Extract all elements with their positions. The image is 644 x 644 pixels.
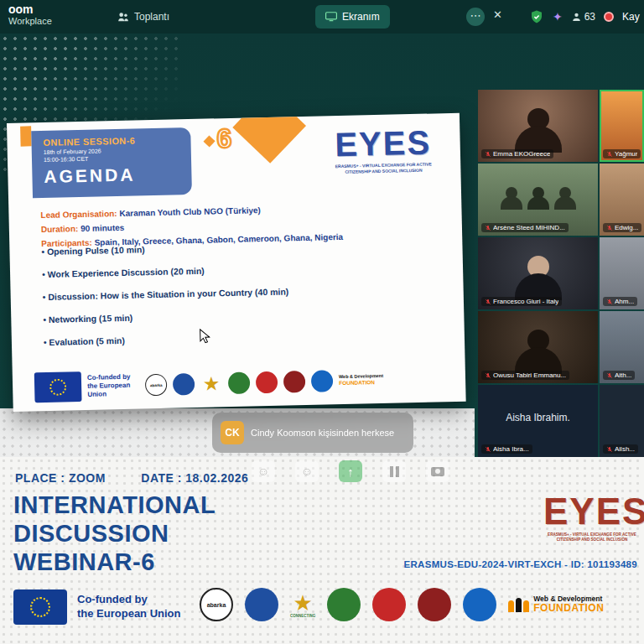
wd-line2: FOUNDATION <box>339 379 383 387</box>
mic-muted-icon <box>606 225 613 231</box>
session-time: 15:00-16:30 CET <box>44 153 191 163</box>
globe-org-logo <box>463 588 496 621</box>
mic-muted-icon <box>606 446 613 453</box>
reaction-smiley-icon[interactable]: ☺ <box>295 460 319 482</box>
video-tile-ahm[interactable]: Ahm... <box>600 237 644 309</box>
mic-muted-icon <box>485 446 491 453</box>
person-silhouette <box>515 330 562 374</box>
name-badge: Aith... <box>603 371 635 380</box>
eu-cofunded-block: Co-funded by the European Union <box>13 589 181 625</box>
record-icon[interactable] <box>604 12 614 22</box>
meeting-toolbar-faded: ☺ ☺ ↑ <box>252 459 503 484</box>
camera-icon[interactable] <box>426 460 449 482</box>
wd-figures-icon <box>508 598 529 612</box>
video-tile-arsene[interactable]: Arsène Steed MIHIND... <box>478 164 598 236</box>
mic-muted-icon <box>485 372 491 379</box>
reaction-smiley-icon[interactable]: ☺ <box>252 460 275 482</box>
tab-toplanti-label: Toplantı <box>134 11 169 23</box>
eu-flag-icon <box>13 589 67 625</box>
chat-notification[interactable]: CK Cindy Koomson kişisinden herkese <box>212 413 413 453</box>
name-badge: Owusu Tabiri Emmanu... <box>481 371 569 380</box>
duration-label: Duration: <box>41 224 79 234</box>
video-tile-edwig[interactable]: Edwig... <box>600 164 644 236</box>
person-silhouette <box>515 108 562 153</box>
name-badge: Ailsh... <box>603 444 638 454</box>
session-number: 6 <box>216 123 232 154</box>
titlebar-right-cluster: ✦ 63 Kay <box>529 0 644 34</box>
tab-close-button[interactable]: ✕ <box>493 8 502 21</box>
screenshot-root: oom Workplace Toplantı Ekranım ⋯ ✕ ✦ 63 <box>0 0 644 644</box>
star-logo-icon: ★ <box>200 372 223 395</box>
mic-muted-icon <box>606 299 613 305</box>
globe-org-logo <box>311 370 334 392</box>
name-badge: Aisha Ibra... <box>481 444 532 454</box>
eu-cofunded-text: Co-funded by the European Union <box>77 593 181 621</box>
meeting-icon <box>117 12 129 22</box>
participant-name: Arsène Steed MIHIND... <box>493 224 565 231</box>
red-org-logo <box>256 371 278 394</box>
video-tile-aisha[interactable]: Aisha Ibrahim. Aisha Ibra... <box>478 385 598 457</box>
star-caption: CONNECTING <box>290 614 315 618</box>
mic-muted-icon <box>485 299 491 305</box>
wd-foundation-logo: Web & Development FOUNDATION <box>508 595 604 615</box>
red-org-logo <box>372 588 406 621</box>
ai-companion-icon[interactable]: ✦ <box>553 10 563 23</box>
raise-share-up-icon[interactable]: ↑ <box>339 460 362 482</box>
name-badge: Emma EKOGreece <box>481 149 553 158</box>
eyes-wordmark: EYES <box>543 491 641 532</box>
name-badge: Arsène Steed MIHIND... <box>481 223 569 232</box>
video-tile-ailsh[interactable]: Ailsh... <box>600 385 644 457</box>
eyes-logo-red: EYES ERASMUS+ - VIRTUAL EXCHANGE FOR ACT… <box>543 491 641 543</box>
zoom-titlebar: oom Workplace Toplantı Ekranım ⋯ ✕ ✦ 63 <box>0 0 644 34</box>
date-label: DATE : 18.02.2026 <box>141 471 248 485</box>
blue-club-logo <box>245 588 278 621</box>
mic-muted-icon <box>485 225 491 231</box>
eu-line2: the European Union <box>77 607 181 621</box>
eyes-tagline-2: CITIZENSHIP AND SOCIAL INCLUSION <box>543 538 641 543</box>
duration-value: 90 minutes <box>78 223 124 233</box>
video-tile-emma[interactable]: Emma EKOGreece <box>478 90 598 162</box>
participant-name: Ailsh... <box>615 445 635 453</box>
eu-line2: the European Union <box>87 381 139 398</box>
lead-label: Lead Organisation: <box>40 209 117 220</box>
star-icon: ★ <box>290 592 315 614</box>
brand-line1: oom <box>8 3 52 16</box>
participant-name: Yağmur <box>615 150 637 158</box>
title-line-1: INTERNATIONAL <box>13 491 216 519</box>
camera-off-name: Aisha Ibrahim. <box>478 412 598 423</box>
video-tile-yagmur[interactable]: Yağmur <box>600 90 644 162</box>
name-badge: Francesco Giuri - Italy <box>481 297 562 306</box>
slide-orange-chip <box>20 126 32 146</box>
green-org-logo <box>327 588 361 621</box>
record-label: Kay <box>622 11 644 23</box>
video-tile-francesco[interactable]: Francesco Giuri - Italy <box>478 237 598 309</box>
orange-diamond-small <box>203 135 215 147</box>
video-tile-aith[interactable]: Aith... <box>600 311 644 383</box>
poster-title: INTERNATIONAL DISCUSSION WEBINAR-6 <box>13 491 216 576</box>
tab-more-button[interactable]: ⋯ <box>466 8 485 26</box>
tab-toplanti[interactable]: Toplantı <box>107 5 179 29</box>
tab-ekranim[interactable]: Ekranım <box>315 5 390 29</box>
participants-icon <box>571 12 582 22</box>
title-line-2: DISCUSSION <box>13 519 216 548</box>
green-org-logo <box>228 372 251 395</box>
dark-red-org-logo <box>283 371 306 393</box>
participant-name: Owusu Tabiri Emmanu... <box>493 371 566 379</box>
participant-count[interactable]: 63 <box>571 11 595 23</box>
participant-name: Ahm... <box>615 298 634 305</box>
eyes-wordmark: EYES <box>315 123 450 164</box>
chat-message: Cindy Koomson kişisinden herkese <box>251 427 394 439</box>
abarka-logo: abarka <box>200 588 233 621</box>
group-silhouettes <box>478 187 598 210</box>
eu-cofunded-text: Co-funded by the European Union <box>87 372 140 398</box>
mouse-cursor <box>200 329 210 347</box>
orange-diamond-large <box>232 113 306 164</box>
mic-muted-icon <box>606 151 613 158</box>
video-tile-owusu[interactable]: Owusu Tabiri Emmanu... <box>478 311 598 383</box>
poster-section: PLACE : ZOOM DATE : 18.02.2026 INTERNATI… <box>0 457 644 644</box>
security-shield-icon[interactable] <box>529 9 544 24</box>
pause-icon[interactable] <box>382 460 406 482</box>
name-badge: Edwig... <box>603 223 641 232</box>
chat-avatar: CK <box>221 421 244 444</box>
shared-screen-slide: ONLINE SESSION-6 18th of February 2026 1… <box>7 113 466 412</box>
